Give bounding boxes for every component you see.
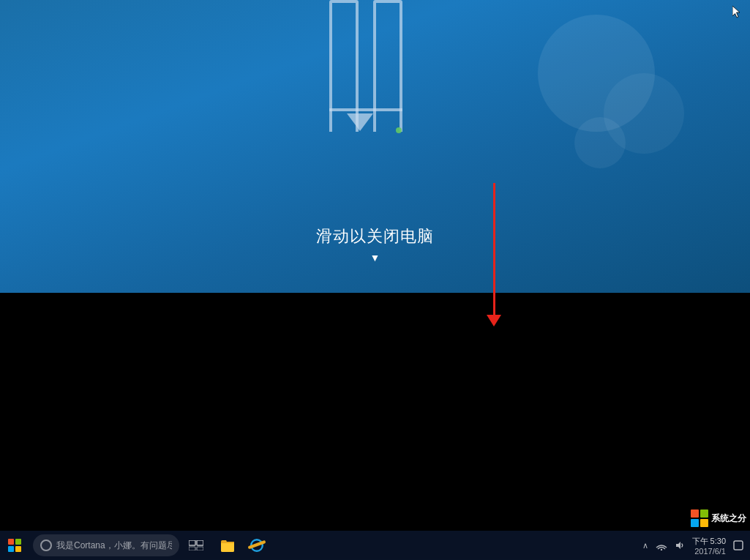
windows10-logo [271,0,461,154]
wm-red [691,509,699,518]
date-text: 2017/6/1 [694,547,726,556]
system-tray: ∧ 下午 5:30 2017/6/1 [640,536,750,556]
action-center-button[interactable] [730,540,746,550]
cortana-icon [40,540,52,551]
deco-circle-3 [574,117,626,168]
search-text: 我是Cortana，小娜。有问题尽管问我。 [56,540,172,552]
taskbar-ie[interactable] [242,531,271,560]
logo-bottom [329,108,402,111]
svg-rect-6 [189,547,195,550]
site-watermark: 系统之分 [691,509,746,527]
red-arrow-indicator [487,183,501,326]
svg-point-8 [660,549,661,550]
task-view-icon [189,540,203,550]
red-arrow-line [493,183,495,315]
start-button[interactable] [0,531,29,560]
svg-rect-7 [197,547,203,550]
slide-text[interactable]: 滑动以关闭电脑 [316,225,434,247]
watermark-color-grid [691,509,708,527]
taskbar: 我是Cortana，小娜。有问题尽管问我。 ∧ [0,531,750,560]
start-logo [8,539,21,552]
wm-green [700,509,708,518]
cortana-search-bar[interactable]: 我是Cortana，小娜。有问题尽管问我。 [33,534,179,556]
time-display: 下午 5:30 2017/6/1 [692,536,726,556]
tray-overflow-chevron[interactable]: ∧ [640,541,651,550]
taskbar-file-explorer[interactable] [213,531,242,560]
svg-rect-5 [197,540,203,545]
logo-left-bar [329,0,359,132]
tray-time-display[interactable]: 下午 5:30 2017/6/1 [689,536,729,556]
folder-icon [220,537,236,553]
taskbar-ie-icon [249,537,266,554]
red-arrow-head [487,315,501,326]
slide-to-shutdown-screen: 滑动以关闭电脑 ▼ [0,0,750,293]
start-logo-blue [8,546,14,552]
task-view-button[interactable] [183,532,209,559]
pinned-taskbar-icons [213,531,271,560]
tray-network-icon[interactable] [653,540,670,550]
wm-blue [691,519,699,527]
network-icon [656,540,667,550]
start-logo-red [8,539,14,545]
time-text: 下午 5:30 [692,536,726,547]
logo-chevron [347,113,373,131]
svg-rect-4 [189,540,195,545]
slide-arrow: ▼ [370,252,380,264]
svg-rect-9 [734,541,743,550]
volume-icon [675,540,685,550]
logo-right-bar [373,0,402,132]
start-logo-green [15,539,21,545]
tray-volume-icon[interactable] [672,540,688,550]
start-logo-yellow [15,546,21,552]
watermark-text: 系统之分 [711,512,746,525]
wm-yellow [700,519,708,527]
action-center-icon [733,540,743,550]
logo-dot [396,127,402,133]
